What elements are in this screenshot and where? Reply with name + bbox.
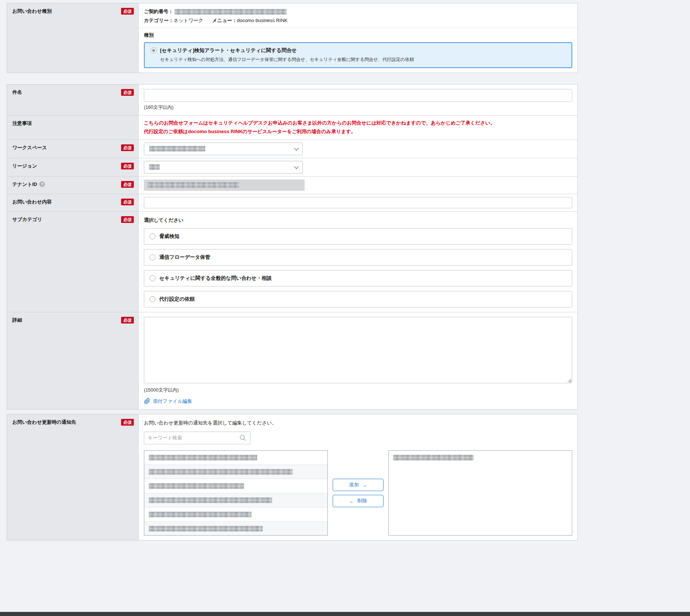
required-badge: 必須 bbox=[121, 199, 134, 205]
subcategory-option-label: 脅威検知 bbox=[159, 233, 179, 240]
workspace-label: ワークスペース bbox=[12, 144, 47, 151]
subcategory-option-threat-detection[interactable]: 脅威検知 bbox=[144, 228, 572, 245]
subcategory-option-general[interactable]: セキュリティに関する全般的な問い合わせ・相談 bbox=[144, 270, 572, 286]
type-radio-selected[interactable] bbox=[151, 47, 157, 53]
notification-dual-list: 追加 → ← 削除 bbox=[144, 450, 572, 536]
category-value: ネットワーク bbox=[173, 18, 203, 23]
inquiry-content-label: お問い合わせ内容 bbox=[12, 199, 52, 205]
subject-label-cell: 件名 必須 bbox=[7, 85, 139, 115]
search-icon[interactable] bbox=[239, 434, 247, 442]
detail-hint: (15000文字以内) bbox=[144, 387, 572, 393]
list-item-redacted bbox=[149, 483, 244, 489]
list-item[interactable] bbox=[144, 465, 327, 479]
notes-label: 注意事項 bbox=[12, 120, 32, 127]
chevron-down-icon bbox=[294, 146, 299, 151]
detail-textarea[interactable] bbox=[144, 317, 572, 383]
notification-instruction: お問い合わせ更新時の通知先を選択して編集してください。 bbox=[144, 419, 572, 426]
subject-hint: (160文字以内) bbox=[144, 104, 572, 111]
list-item-redacted bbox=[149, 512, 252, 517]
subcategory-option-flow-data[interactable]: 通信フローデータ保管 bbox=[144, 249, 572, 266]
category-menu-line: カテゴリー：ネットワークメニュー：docomo business RINK bbox=[144, 17, 572, 24]
selected-type-description: セキュリティ検知への対処方法、通信フローデータ保管に関する問合せ、セキュリティ全… bbox=[160, 56, 566, 63]
workspace-value-redacted bbox=[149, 146, 205, 151]
subcategory-label: サブカテゴリ bbox=[12, 216, 42, 223]
inquiry-type-content: ご契約番号： カテゴリー：ネットワークメニュー：docomo business … bbox=[139, 3, 577, 73]
notification-label: お問い合わせ更新時の通知先 bbox=[12, 419, 76, 426]
required-badge: 必須 bbox=[121, 163, 134, 169]
category-label: カテゴリー： bbox=[144, 18, 173, 23]
list-item[interactable] bbox=[389, 451, 572, 465]
row-subject: 件名 必須 (160文字以内) bbox=[7, 85, 577, 115]
list-item[interactable] bbox=[144, 522, 327, 536]
row-inquiry-type: お問い合わせ種別 必須 ご契約番号： カテゴリー：ネットワークメニュー：doco… bbox=[7, 3, 577, 73]
workspace-select[interactable] bbox=[144, 142, 303, 155]
list-item-redacted bbox=[393, 455, 474, 460]
row-notes: 注意事項 こちらのお問合せフォームはセキュリティヘルプデスクお申込みのお客さま以… bbox=[7, 115, 577, 140]
required-badge: 必須 bbox=[121, 144, 134, 151]
list-item[interactable] bbox=[144, 493, 327, 508]
row-detail: 詳細 必須 (15000文字以内) 添付ファイル編集 bbox=[7, 312, 577, 409]
list-item-redacted bbox=[149, 526, 263, 531]
subcategory-option-label: 通信フローデータ保管 bbox=[159, 254, 210, 261]
subcategory-label-cell: サブカテゴリ 必須 bbox=[7, 212, 139, 312]
subcategory-option-label: 代行設定の依頼 bbox=[159, 296, 195, 303]
tenant-id-readonly-field bbox=[144, 180, 305, 191]
detail-label-cell: 詳細 必須 bbox=[7, 312, 139, 409]
selected-type-box[interactable]: [セキュリティ]検知アラート・セキュリティに関する問合せ セキュリティ検知への対… bbox=[144, 42, 572, 68]
contract-number-line: ご契約番号： bbox=[144, 8, 572, 15]
remove-button[interactable]: ← 削除 bbox=[333, 495, 383, 507]
tenant-id-label: テナントID bbox=[12, 181, 37, 188]
notification-source-list[interactable] bbox=[144, 450, 328, 536]
tenant-id-label-cell: テナントID ? 必須 bbox=[7, 177, 139, 194]
selected-type-title: [セキュリティ]検知アラート・セキュリティに関する問合せ bbox=[160, 47, 297, 54]
list-item-redacted bbox=[149, 469, 293, 475]
arrow-left-icon: ← bbox=[349, 498, 355, 504]
paperclip-icon bbox=[144, 398, 150, 404]
add-button[interactable]: 追加 → bbox=[333, 479, 383, 491]
radio-icon[interactable] bbox=[150, 233, 155, 239]
notes-label-cell: 注意事項 bbox=[7, 116, 139, 140]
list-item-redacted bbox=[149, 497, 272, 503]
keyword-search-input[interactable] bbox=[148, 435, 239, 441]
transfer-buttons: 追加 → ← 削除 bbox=[328, 450, 388, 536]
workspace-label-cell: ワークスペース 必須 bbox=[7, 140, 139, 158]
help-icon[interactable]: ? bbox=[39, 181, 45, 187]
contract-number-label: ご契約番号： bbox=[144, 9, 173, 14]
inquiry-content-input[interactable] bbox=[144, 197, 572, 208]
subcategory-option-proxy-setting[interactable]: 代行設定の依頼 bbox=[144, 291, 572, 307]
region-value-redacted bbox=[149, 164, 160, 170]
required-badge: 必須 bbox=[121, 181, 134, 188]
region-label-cell: リージョン 必須 bbox=[7, 158, 139, 176]
required-badge: 必須 bbox=[121, 419, 134, 426]
notification-label-cell: お問い合わせ更新時の通知先 必須 bbox=[7, 414, 139, 540]
row-notification: お問い合わせ更新時の通知先 必須 お問い合わせ更新時の通知先を選択して編集してく… bbox=[7, 414, 577, 540]
required-badge: 必須 bbox=[121, 317, 134, 324]
list-item[interactable] bbox=[144, 479, 327, 493]
subject-input[interactable] bbox=[144, 89, 572, 102]
row-region: リージョン 必須 bbox=[7, 158, 577, 176]
attachment-edit-link[interactable]: 添付ファイル編集 bbox=[153, 398, 192, 405]
subject-label: 件名 bbox=[12, 89, 22, 96]
selected-type-title-row: [セキュリティ]検知アラート・セキュリティに関する問合せ bbox=[151, 47, 566, 54]
chevron-down-icon bbox=[294, 164, 299, 169]
notes-warning-line-2: 代行設定のご依頼はdocomo business RINKのサービスルーターをご… bbox=[144, 128, 572, 136]
divider bbox=[139, 28, 577, 28]
inquiry-type-label: お問い合わせ種別 bbox=[12, 8, 52, 15]
row-subcategory: サブカテゴリ 必須 選択してください 脅威検知 通信フローデータ保管 セキュリテ… bbox=[7, 211, 577, 312]
tenant-id-value-redacted bbox=[148, 182, 239, 188]
radio-icon[interactable] bbox=[150, 296, 155, 302]
row-workspace: ワークスペース 必須 bbox=[7, 140, 577, 158]
row-inquiry-content: お問い合わせ内容 必須 bbox=[7, 194, 577, 211]
radio-icon[interactable] bbox=[150, 275, 155, 281]
region-label: リージョン bbox=[12, 163, 37, 169]
add-button-label: 追加 bbox=[349, 481, 359, 488]
radio-icon[interactable] bbox=[150, 254, 155, 260]
list-item[interactable] bbox=[144, 451, 327, 465]
list-item[interactable] bbox=[144, 508, 327, 522]
menu-label: メニュー： bbox=[212, 18, 237, 23]
notes-warning-line-1: こちらのお問合せフォームはセキュリティヘルプデスクお申込みのお客さま以外の方から… bbox=[144, 119, 572, 128]
section-form-fields: 件名 必須 (160文字以内) 注意事項 こちらのお問合せフォームはセキュリティ… bbox=[7, 84, 578, 410]
inquiry-content-label-cell: お問い合わせ内容 必須 bbox=[7, 194, 139, 211]
region-select[interactable] bbox=[144, 161, 303, 174]
notification-selected-list[interactable] bbox=[388, 450, 572, 536]
